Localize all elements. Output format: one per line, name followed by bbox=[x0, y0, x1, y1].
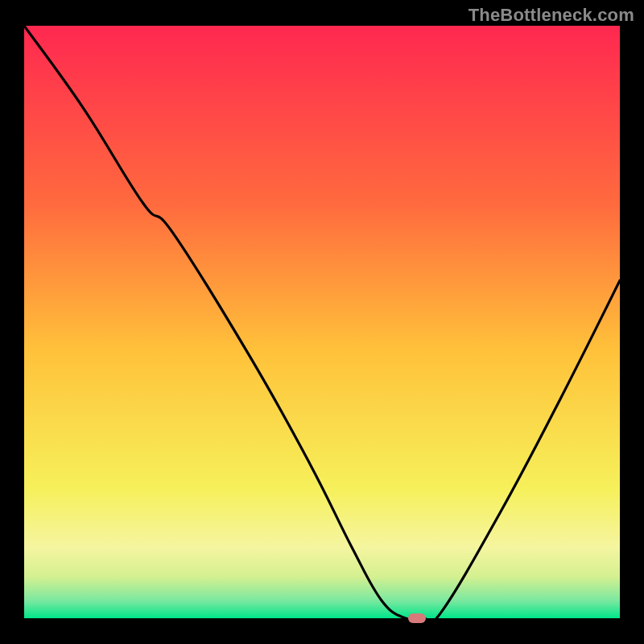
watermark-text: TheBottleneck.com bbox=[469, 5, 634, 26]
chart-stage: TheBottleneck.com bbox=[0, 0, 644, 644]
plot-svg bbox=[24, 26, 620, 618]
plot-area bbox=[24, 26, 620, 618]
optimal-marker bbox=[408, 613, 426, 623]
gradient-bg bbox=[24, 26, 620, 618]
